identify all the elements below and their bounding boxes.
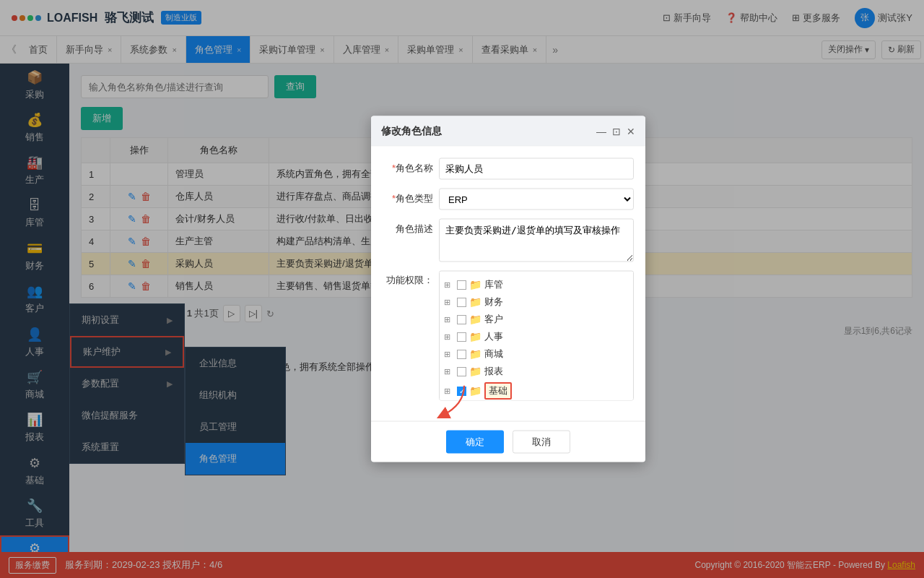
perm-item[interactable]: ⊞ 📁 报表 [444,363,629,380]
role-desc-row: 角色描述 主要负责采购进/退货单的填写及审核操作 [383,219,634,262]
perm-item[interactable]: ⊞ 📁 财务 [444,293,629,311]
folder-icon: 📁 [469,348,481,360]
perm-item[interactable]: ⊞ 📁 库管 [444,276,629,293]
perm-checkbox[interactable] [457,280,466,289]
role-name-label: *角色名称 [383,158,433,175]
perm-item[interactable]: ⊞ 📁 商城 [444,345,629,363]
expand-btn[interactable]: ⊞ [444,297,454,306]
folder-icon: 📁 [469,385,481,397]
perm-name: 人事 [484,330,503,343]
role-desc-textarea[interactable]: 主要负责采购进/退货单的填写及审核操作 [439,219,634,262]
edit-role-modal: 修改角色信息 — ⊡ ✕ *角色名称 *角色类型 ERP 角色描述 主要负责采购… [371,116,645,462]
perm-name: 客户 [484,313,503,326]
perm-checkbox[interactable] [457,332,466,341]
perm-item[interactable]: ⊞ 📁 客户 [444,311,629,328]
folder-icon: 📁 [469,296,481,308]
expand-btn[interactable]: ⊞ [444,332,454,341]
perm-name: 财务 [484,296,503,309]
role-desc-label: 角色描述 [383,219,433,236]
modal-close-btn[interactable]: ✕ [627,125,635,137]
perm-item[interactable]: ⊞ 📁 人事 [444,328,629,345]
folder-icon: 📁 [469,279,481,290]
perm-name: 库管 [484,278,503,291]
modal-maximize-btn[interactable]: ⊡ [612,125,621,137]
expand-btn[interactable]: ⊞ [444,314,454,324]
modal-header: 修改角色信息 — ⊡ ✕ [371,116,645,147]
perm-checkbox[interactable] [457,314,466,324]
role-name-input[interactable] [439,158,634,180]
perm-checkbox[interactable] [457,366,466,376]
perm-name: 商城 [484,348,503,361]
expand-btn[interactable]: ⊞ [444,386,454,395]
role-name-row: *角色名称 [383,158,634,180]
perm-item[interactable]: ⊞ ✓ 📁 基础 [444,380,629,401]
expand-btn[interactable]: ⊞ [444,366,454,376]
perm-name: 报表 [484,365,503,378]
modal-controls: — ⊡ ✕ [596,125,635,137]
modal-body: *角色名称 *角色类型 ERP 角色描述 主要负责采购进/退货单的填写及审核操作… [371,147,645,421]
confirm-button[interactable]: 确定 [446,431,504,454]
expand-btn[interactable]: ⊞ [444,349,454,358]
perm-checkbox[interactable] [457,349,466,358]
folder-icon: 📁 [469,314,481,325]
modal-title: 修改角色信息 [381,124,442,137]
role-type-select[interactable]: ERP [439,189,634,210]
perm-checkbox[interactable]: ✓ [457,386,466,395]
folder-icon: 📁 [469,331,481,342]
expand-btn[interactable]: ⊞ [444,280,454,289]
perm-checkbox[interactable] [457,297,466,306]
role-type-label: *角色类型 [383,189,433,205]
role-type-row: *角色类型 ERP [383,189,634,210]
perm-row: 功能权限： ⊞ 📁 库管 ⊞ 📁 财务 ⊞ 📁 客户 ⊞ 📁 人事 ⊞ 📁 商城… [383,271,634,401]
modal-footer: 确定 取消 [371,421,645,462]
perm-label: 功能权限： [383,271,433,287]
cancel-button[interactable]: 取消 [513,431,570,454]
folder-icon: 📁 [469,366,481,377]
modal-minimize-btn[interactable]: — [596,125,606,137]
perm-tree[interactable]: ⊞ 📁 库管 ⊞ 📁 财务 ⊞ 📁 客户 ⊞ 📁 人事 ⊞ 📁 商城 ⊞ 📁 报… [439,271,634,401]
perm-name: 基础 [484,382,512,400]
